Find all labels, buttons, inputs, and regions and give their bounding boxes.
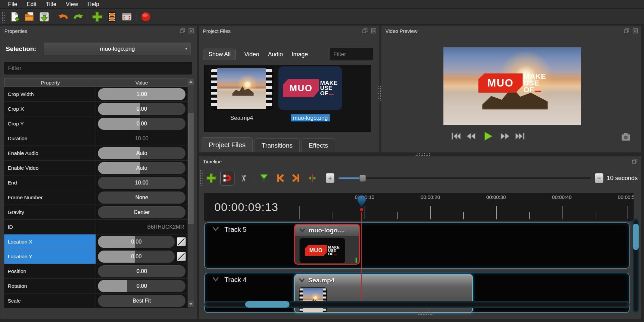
property-row[interactable]: Enable VideoAuto [4, 161, 187, 175]
fast-forward-button[interactable] [498, 130, 510, 142]
timeline-zoom-slider[interactable] [338, 173, 591, 183]
property-row-selected[interactable]: Location X0.00 [4, 234, 187, 249]
close-panel-icon[interactable] [371, 28, 377, 34]
value-pill[interactable]: Best Fit [98, 295, 185, 307]
property-row[interactable]: Frame NumberNone [4, 190, 187, 205]
value-slider[interactable]: Auto [98, 162, 185, 174]
bottom-splitter-handle[interactable] [418, 312, 432, 315]
snapshot-button[interactable] [621, 132, 631, 141]
zoom-slider-knob[interactable] [359, 174, 366, 182]
filter-video-button[interactable]: Video [244, 51, 259, 58]
jump-to-start-button[interactable] [450, 130, 462, 142]
open-project-button[interactable] [23, 10, 36, 23]
value-slider[interactable]: 0.00 [98, 118, 185, 130]
properties-filter-input[interactable] [4, 62, 192, 74]
tab-transitions[interactable]: Transitions [255, 139, 300, 152]
menu-edit[interactable]: Edit [22, 0, 41, 9]
float-panel-icon[interactable] [624, 28, 630, 34]
chevron-down-icon[interactable] [212, 276, 220, 283]
save-project-button[interactable] [38, 10, 51, 23]
choose-profile-button[interactable] [105, 10, 119, 23]
property-row[interactable]: End10.00 [4, 175, 187, 190]
float-panel-icon[interactable] [179, 28, 185, 34]
jump-to-end-button[interactable] [515, 130, 526, 142]
property-row[interactable]: GravityCenter [4, 205, 187, 220]
value-slider[interactable]: 0.00 [98, 280, 185, 292]
value-slider[interactable]: 0.00 [98, 236, 175, 248]
razor-tool-button[interactable]: ✂ [236, 171, 251, 185]
menu-help[interactable]: Help [83, 0, 104, 9]
value-slider[interactable]: 0.00 [98, 251, 175, 263]
panel-splitter-handle[interactable] [415, 153, 430, 156]
value-pill[interactable]: 0.00 [98, 265, 185, 277]
menu-title[interactable]: Title [41, 0, 61, 9]
value-pill[interactable]: Center [98, 206, 185, 218]
rewind-button[interactable] [466, 130, 478, 142]
file-item-sea[interactable]: Sea.mp4 [211, 68, 273, 110]
keyframe-button[interactable] [177, 252, 186, 261]
property-row[interactable]: Rotation0.00 [4, 279, 187, 293]
scrollbar-thumb[interactable] [188, 113, 194, 224]
clip-muo-logo[interactable]: muo-logo.... MUO MAKEUSEOF [294, 224, 360, 265]
menu-file[interactable]: File [3, 0, 22, 9]
center-on-playhead-button[interactable] [305, 171, 319, 185]
column-header-value[interactable]: Value [96, 78, 187, 87]
zoom-in-button[interactable]: + [326, 173, 334, 183]
play-button[interactable] [482, 130, 494, 142]
chevron-down-icon[interactable] [299, 227, 306, 233]
add-track-button[interactable] [204, 171, 218, 185]
menu-view[interactable]: View [61, 0, 83, 9]
fullscreen-button[interactable] [120, 10, 133, 23]
float-panel-icon[interactable] [362, 28, 368, 34]
scroll-down-button[interactable] [188, 301, 194, 307]
new-project-button[interactable] [8, 10, 21, 23]
playhead-marker[interactable] [356, 195, 367, 215]
files-filter-input[interactable] [330, 48, 373, 60]
previous-marker-button[interactable] [273, 171, 287, 185]
keyframe-button[interactable] [177, 237, 186, 246]
column-header-property[interactable]: Property [5, 78, 96, 87]
file-item-muo-logo[interactable]: MUO MAKEUSEOF muo-logo.png [278, 66, 342, 110]
property-row[interactable]: ScaleBest Fit [4, 293, 187, 308]
redo-button[interactable] [71, 10, 85, 23]
scrollbar-thumb[interactable] [245, 301, 289, 308]
close-panel-icon[interactable] [632, 28, 638, 34]
property-row[interactable]: Crop Width1.00 [4, 87, 187, 102]
track-header-5[interactable]: Track 5 [205, 223, 300, 268]
property-row[interactable]: Duration10.00 [4, 131, 187, 146]
chevron-down-icon[interactable] [298, 277, 306, 283]
property-row[interactable]: Crop X0.00 [4, 102, 187, 116]
next-marker-button[interactable] [289, 171, 303, 185]
value-pill[interactable]: None [98, 192, 185, 204]
zoom-out-button[interactable]: − [595, 173, 603, 183]
filter-show-all-button[interactable]: Show All [204, 49, 235, 60]
scroll-up-button[interactable] [188, 78, 194, 85]
tab-effects[interactable]: Effects [302, 139, 335, 152]
toolbar-grip[interactable] [1, 11, 5, 22]
property-row[interactable]: Crop Y0.00 [4, 116, 187, 131]
tab-project-files[interactable]: Project Files [202, 137, 253, 152]
add-marker-button[interactable] [257, 171, 271, 185]
property-row[interactable]: Position0.00 [4, 264, 187, 279]
filter-audio-button[interactable]: Audio [268, 51, 283, 58]
timeline-ruler[interactable]: 00:00:09:13 00:00:10 00:00:20 00:00:30 0… [204, 193, 634, 221]
filter-image-button[interactable]: Image [291, 51, 308, 58]
timeline-toolbar-grip[interactable] [200, 169, 203, 185]
float-panel-icon[interactable] [632, 158, 638, 164]
timeline-vertical-scrollbar[interactable] [633, 218, 639, 313]
snapping-toggle-button[interactable] [220, 171, 234, 185]
properties-scrollbar[interactable] [187, 78, 194, 308]
scrollbar-thumb[interactable] [633, 224, 639, 250]
value-slider[interactable]: 1.00 [98, 88, 185, 100]
export-video-button[interactable] [139, 10, 153, 23]
undo-button[interactable] [57, 10, 70, 23]
value-slider[interactable]: Auto [98, 147, 185, 159]
chevron-down-icon[interactable] [212, 226, 220, 232]
timeline-horizontal-scrollbar[interactable] [204, 301, 630, 308]
close-panel-icon[interactable] [188, 28, 194, 34]
property-row[interactable]: IDB6RHUCK2MR [4, 220, 187, 234]
value-slider[interactable]: 0.00 [98, 103, 185, 115]
import-files-button[interactable] [91, 10, 104, 23]
property-row[interactable]: Enable AudioAuto [4, 146, 187, 161]
selection-dropdown[interactable]: muo-logo.png ▾ [44, 43, 191, 55]
